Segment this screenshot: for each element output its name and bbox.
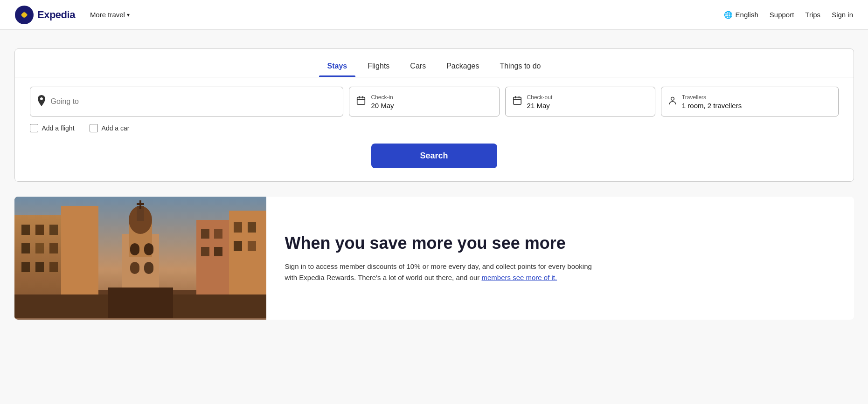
promo-content: When you save more you see more Sign in … [266,197,854,320]
trips-link[interactable]: Trips [805,11,820,19]
add-flight-checkbox-item[interactable]: Add a flight [30,124,75,132]
promo-description: Sign in to access member discounts of 10… [285,261,602,283]
search-tabs: Stays Flights Cars Packages Things to do [15,49,854,77]
promo-members-link[interactable]: members see more of it. [481,274,557,281]
header: Expedia More travel ▾ 🌐 English Support … [0,0,868,30]
chevron-down-icon: ▾ [127,12,130,18]
signin-label: Sign in [832,11,853,19]
checkin-content: Check-in 20 May [371,94,394,110]
header-right: 🌐 English Support Trips Sign in [724,11,853,19]
checkin-calendar-icon [356,96,366,108]
checkin-field[interactable]: Check-in 20 May [349,87,499,116]
travellers-value: 1 room, 2 travellers [682,102,742,110]
promo-section: When you save more you see more Sign in … [14,197,854,320]
promo-image [14,197,266,320]
tab-things-to-do[interactable]: Things to do [491,57,549,77]
tab-cars[interactable]: Cars [402,57,434,77]
travellers-content: Travellers 1 room, 2 travellers [682,94,742,110]
checkin-value: 20 May [371,102,394,110]
svg-rect-2 [513,97,521,104]
checkin-label: Check-in [371,94,394,101]
header-left: Expedia More travel ▾ [15,6,133,24]
svg-point-3 [671,97,674,100]
destination-field[interactable]: Going to [30,87,344,116]
tab-flights[interactable]: Flights [359,57,398,77]
search-form-row: Going to Check-in 20 May [15,77,854,122]
trips-label: Trips [805,11,820,19]
destination-content: Going to [51,97,79,106]
travellers-label: Travellers [682,94,742,101]
globe-icon: 🌐 [724,11,733,19]
promo-title: When you save more you see more [285,233,835,253]
search-button[interactable]: Search [371,144,497,168]
checkout-value: 21 May [527,102,553,110]
svg-rect-39 [14,197,266,318]
location-pin-icon [37,95,46,109]
support-link[interactable]: Support [770,11,794,19]
search-button-label: Search [420,151,448,160]
add-flight-label: Add a flight [42,124,75,132]
checkout-label: Check-out [527,94,553,101]
expedia-logo[interactable]: Expedia [15,6,75,24]
svg-rect-1 [357,97,365,104]
more-travel-label: More travel [90,11,125,19]
support-label: Support [770,11,794,19]
signin-link[interactable]: Sign in [832,11,853,19]
add-car-label: Add a car [102,124,130,132]
search-row: Search [15,138,854,181]
checkout-content: Check-out 21 May [527,94,553,110]
travellers-person-icon [668,96,677,108]
checkboxes-row: Add a flight Add a car [15,122,854,138]
destination-placeholder: Going to [51,97,79,106]
checkout-field[interactable]: Check-out 21 May [505,87,655,116]
logo-text: Expedia [37,9,75,21]
tab-packages[interactable]: Packages [438,57,487,77]
add-car-checkbox-item[interactable]: Add a car [90,124,130,132]
add-flight-checkbox[interactable] [30,124,38,132]
tab-stays[interactable]: Stays [319,57,356,77]
more-travel-button[interactable]: More travel ▾ [86,9,133,21]
checkout-calendar-icon [512,96,522,108]
travellers-field[interactable]: Travellers 1 room, 2 travellers [661,87,839,116]
main-content: Stays Flights Cars Packages Things to do [0,30,868,329]
logo-icon [15,6,34,24]
search-card: Stays Flights Cars Packages Things to do [14,48,854,182]
language-label: English [736,11,758,19]
language-selector[interactable]: 🌐 English [724,11,758,19]
add-car-checkbox[interactable] [90,124,98,132]
